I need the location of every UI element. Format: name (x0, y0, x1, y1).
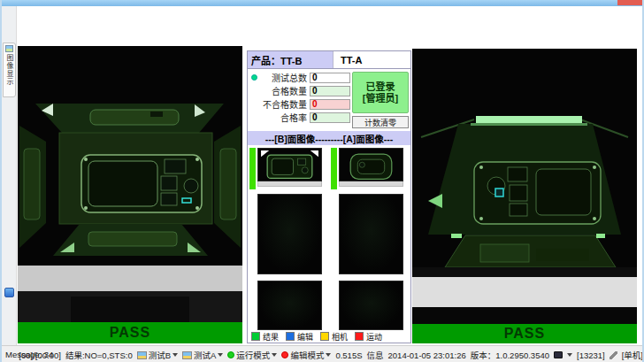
chevron-down-icon[interactable] (272, 353, 277, 357)
window-titlebar[interactable] (2, 0, 644, 6)
stat-label-fail: 不合格数量 (259, 97, 310, 111)
legend-motion-label: 运动 (366, 331, 382, 343)
thumbnail-a-live[interactable] (339, 148, 403, 181)
image-icon (182, 351, 192, 359)
stat-label-pass: 合格数量 (259, 84, 310, 97)
thumbnail-b-slot-2[interactable] (257, 194, 322, 274)
stat-row-fail: 不合格数量 0 (249, 98, 350, 110)
run-mode-indicator-icon (227, 351, 234, 358)
camera-b-image (18, 46, 242, 322)
chevron-down-icon[interactable] (326, 353, 331, 357)
stat-label-yield: 合格率 (259, 111, 310, 124)
status-dot-icon (251, 74, 257, 81)
thumbnail-a-slot-2[interactable] (339, 194, 403, 274)
thumbnail-b-scrollbar[interactable] (257, 181, 322, 188)
dock-tab-label: 图像显示 (4, 54, 14, 86)
legend-result-swatch (251, 332, 260, 341)
images-section-header: ---[B]面图像---------[A]面图像--- (248, 131, 410, 145)
thumbnail-a-slot-3[interactable] (339, 281, 403, 330)
camera-feed-b (18, 46, 242, 322)
run-mode-selector[interactable]: 运行模式 (227, 349, 277, 361)
edit-mode-selector[interactable]: 编辑模式 (281, 349, 331, 361)
thumbnail-b-image (258, 149, 321, 181)
dock-tab-image-display[interactable]: 图像显示 (3, 42, 16, 97)
thumbnail-b-slot-3[interactable] (257, 281, 322, 330)
counter-value: [13231] (577, 350, 605, 360)
legend-edit-swatch (286, 332, 295, 341)
control-panel: 产品：TT-B TT-A 测试总数 0 合格数量 0 不合格数量 0 (247, 50, 411, 343)
status-counters: [00]/[00.00] (19, 350, 61, 360)
stat-label-total: 测试总数 (259, 71, 310, 84)
thumb-column-b (249, 148, 322, 330)
stat-row-pass: 合格数量 0 (249, 85, 350, 96)
thumbnail-a-image (340, 149, 402, 181)
image-display-icon (5, 45, 13, 52)
wrench-icon[interactable] (610, 351, 617, 359)
stat-value-pass: 0 (310, 86, 350, 96)
version-label: 版本：1.0.2950.3540 (471, 349, 549, 361)
legend-camera-swatch (320, 332, 329, 341)
chevron-down-icon[interactable] (218, 353, 223, 357)
edit-mode-indicator-icon (281, 351, 288, 358)
product-tabs: 产品：TT-B TT-A (248, 51, 410, 69)
reset-counters-button[interactable]: 计数清零 (352, 116, 409, 128)
stat-row-total: 测试总数 0 (249, 72, 350, 83)
thumbnail-a-scrollbar[interactable] (339, 181, 403, 188)
legend-camera-label: 相机 (332, 331, 348, 343)
stat-value-total: 0 (310, 73, 350, 83)
test-b-selector[interactable]: 测试B (137, 349, 178, 361)
tab-product-ttb[interactable]: 产品：TT-B (248, 51, 333, 68)
run-mode-label: 运行模式 (236, 349, 270, 361)
edit-mode-label: 编辑模式 (290, 349, 324, 361)
legend-result-label: 结果 (263, 331, 279, 343)
status-result: 结果:NO=0,STS:0 (65, 349, 133, 361)
pass-label-a: PASS (504, 326, 545, 342)
thumb-column-a (331, 148, 403, 330)
dock-panel-icon[interactable] (4, 288, 14, 297)
test-b-label: 测试B (149, 349, 171, 361)
stat-value-fail: 0 (310, 99, 350, 110)
color-legend: 结果 编辑 相机 运动 (248, 330, 410, 343)
tab-product-tta[interactable]: TT-A (333, 51, 410, 68)
pass-label-b: PASS (110, 325, 150, 341)
login-status-badge: 已登录 [管理员] (352, 72, 409, 113)
stat-value-yield: 0 (310, 112, 350, 123)
camera-a-image (412, 49, 637, 324)
thumbnail-area (248, 145, 410, 330)
legend-result: 结果 (251, 331, 279, 343)
test-a-selector[interactable]: 测试A (182, 349, 223, 361)
image-icon (137, 351, 147, 359)
legend-motion: 运动 (355, 331, 382, 343)
status-right-cluster: [00]/[00.00] 结果:NO=0,STS:0 测试B 测试A 运行模式 … (19, 349, 643, 361)
progress-bar-a (331, 148, 337, 189)
counters-section: 测试总数 0 合格数量 0 不合格数量 0 合格率 0 (248, 69, 410, 130)
stat-row-yield: 合格率 0 (249, 112, 350, 123)
fixture-base (445, 235, 616, 267)
legend-motion-swatch (355, 332, 364, 341)
info-label: 信息 (367, 349, 384, 361)
thumbnail-b-live[interactable] (257, 148, 322, 181)
monitor-icon[interactable] (554, 351, 563, 358)
legend-edit: 编辑 (286, 331, 313, 343)
cycle-time: 0.515S (335, 350, 362, 360)
result-banner-b: PASS (18, 322, 242, 343)
legend-edit-label: 编辑 (297, 331, 313, 343)
left-dock-strip: 图像显示 (2, 6, 17, 345)
test-a-label: 测试A (194, 349, 216, 361)
status-bar: Message: 34 [00]/[00.00] 结果:NO=0,STS:0 测… (2, 345, 644, 362)
close-button[interactable] (617, 0, 642, 5)
app-window: 图像显示 (0, 0, 644, 362)
station-mode: [单机] (622, 349, 643, 361)
roi-marker-icon (495, 189, 503, 196)
chevron-down-icon[interactable] (567, 353, 572, 357)
chevron-down-icon[interactable] (172, 353, 178, 357)
status-timestamp: 2014-01-05 23:01:26 (388, 350, 466, 360)
light-bar (476, 116, 582, 124)
progress-bar-b (249, 148, 256, 189)
login-status-line2: [管理员] (363, 93, 398, 104)
login-status-line1: 已登录 (366, 81, 395, 93)
result-banner-a: PASS (412, 324, 637, 343)
camera-feed-a (412, 49, 637, 324)
legend-camera: 相机 (320, 331, 348, 343)
